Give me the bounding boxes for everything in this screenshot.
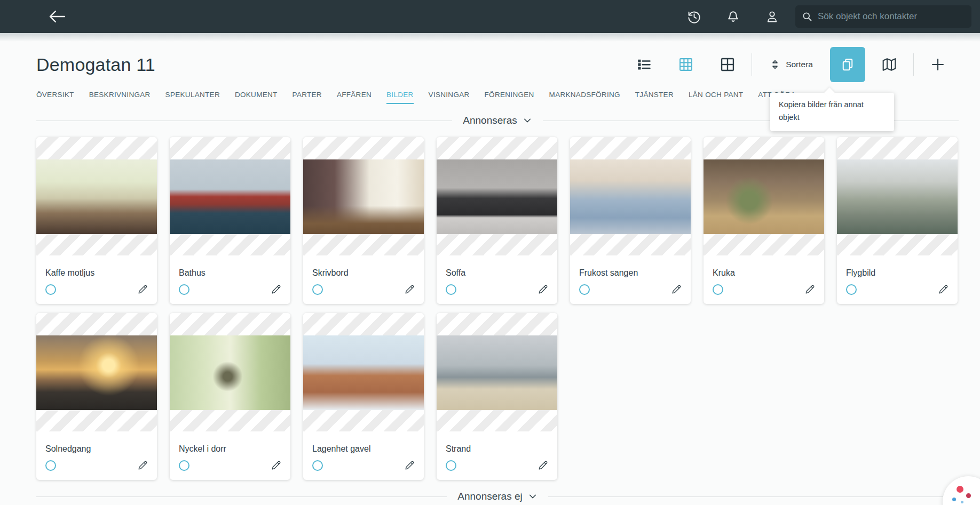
edit-pencil-icon[interactable] [137,459,149,471]
copy-images-tooltip: Kopiera bilder från annat objekt [770,93,894,131]
card-photo[interactable] [437,159,557,234]
card-photo[interactable] [303,159,424,234]
tab-marknadsföring[interactable]: MARKNADSFÖRING [549,91,620,104]
edit-pencil-icon[interactable] [137,283,149,295]
image-card: Solnedgang [36,313,157,480]
card-photo[interactable] [170,335,290,410]
tab-tjänster[interactable]: TJÄNSTER [635,91,674,104]
page-title: Demogatan 11 [36,54,155,75]
add-button[interactable] [917,57,959,72]
card-title: Lagenhet gavel [303,431,424,454]
select-circle[interactable] [846,284,857,295]
stripe-pattern-bottom [170,410,290,431]
image-card: Strand [437,313,557,480]
tab-översikt[interactable]: ÖVERSIKT [36,91,74,104]
tab-bilder[interactable]: BILDER [386,91,414,104]
copy-images-button[interactable] [830,47,865,82]
card-photo[interactable] [704,159,824,234]
help-widget-button[interactable] [943,476,980,505]
card-actions [303,283,424,295]
card-actions [570,283,691,295]
stripe-pattern-bottom [36,234,157,255]
edit-pencil-icon[interactable] [804,283,816,295]
search-input[interactable] [818,11,965,22]
widget-dot [966,493,971,498]
select-circle[interactable] [45,284,56,295]
section-toggle-annonseras[interactable]: Annonseras [463,115,532,126]
edit-pencil-icon[interactable] [404,283,416,295]
sort-button[interactable]: Sortera [755,59,827,70]
card-photo[interactable] [170,159,290,234]
stripe-pattern-bottom [437,234,557,255]
select-circle[interactable] [312,460,323,471]
menu-icon[interactable] [7,11,23,22]
search-icon [802,11,812,22]
card-photo[interactable] [36,159,157,234]
global-search[interactable] [795,5,971,28]
card-title: Kaffe motljus [36,255,157,278]
select-circle[interactable] [713,284,723,295]
tab-visningar[interactable]: VISNINGAR [429,91,470,104]
edit-pencil-icon[interactable] [537,283,549,295]
widget-dot [952,498,956,501]
card-photo[interactable] [570,159,691,234]
tab-affären[interactable]: AFFÄREN [337,91,372,104]
card-actions [303,459,424,471]
stripe-pattern-bottom [36,410,157,431]
card-title: Soffa [437,255,557,278]
section-annonseras-ej-header: Annonseras ej [36,491,959,502]
select-circle[interactable] [45,460,56,471]
divider-line [36,121,452,121]
profile-person-icon[interactable] [765,10,779,24]
tab-spekulanter[interactable]: SPEKULANTER [165,91,220,104]
copy-icon [840,57,856,73]
stripe-pattern-top [437,137,557,159]
edit-pencil-icon[interactable] [537,459,549,471]
card-photo[interactable] [303,335,424,410]
card-actions [36,283,157,295]
select-circle[interactable] [312,284,323,295]
chevron-down-icon [523,116,532,125]
stripe-pattern-top [170,137,290,159]
notifications-bell-icon[interactable] [726,10,740,24]
tab-parter[interactable]: PARTER [293,91,322,104]
card-photo[interactable] [36,335,157,410]
select-circle[interactable] [446,284,456,295]
grid-view-icon[interactable] [665,56,707,73]
image-card: Soffa [437,137,557,304]
widget-dot [961,501,963,503]
edit-pencil-icon[interactable] [404,459,416,471]
back-arrow-icon[interactable] [48,9,66,24]
card-actions [704,283,824,295]
tab-föreningen[interactable]: FÖRENINGEN [485,91,534,104]
stripe-pattern-bottom [170,234,290,255]
header-shadow [0,33,980,42]
edit-pencil-icon[interactable] [270,459,282,471]
widget-dot [957,486,963,493]
card-photo[interactable] [437,335,557,410]
tab-beskrivningar[interactable]: BESKRIVNINGAR [89,91,151,104]
select-circle[interactable] [579,284,590,295]
table-view-icon[interactable] [707,56,748,73]
card-title: Kruka [704,255,824,278]
image-card: Nyckel i dorr [170,313,290,480]
select-circle[interactable] [179,460,189,471]
tab-lån-och-pant[interactable]: LÅN OCH PANT [689,91,743,104]
edit-pencil-icon[interactable] [937,283,950,295]
tab-dokument[interactable]: DOKUMENT [235,91,278,104]
section-toggle-annonseras-ej[interactable]: Annonseras ej [457,491,537,502]
map-view-icon[interactable] [868,56,910,73]
sort-label: Sortera [786,60,813,69]
select-circle[interactable] [179,284,189,295]
stripe-pattern-top [437,313,557,335]
edit-pencil-icon[interactable] [270,283,282,295]
card-title: Solnedgang [36,431,157,454]
edit-pencil-icon[interactable] [670,283,683,295]
select-circle[interactable] [446,460,456,471]
history-icon[interactable] [687,10,701,24]
card-photo[interactable] [837,159,958,234]
card-title: Bathus [170,255,290,278]
image-card: Bathus [170,137,290,304]
list-view-icon[interactable] [623,57,665,73]
card-title: Flygbild [837,255,958,278]
